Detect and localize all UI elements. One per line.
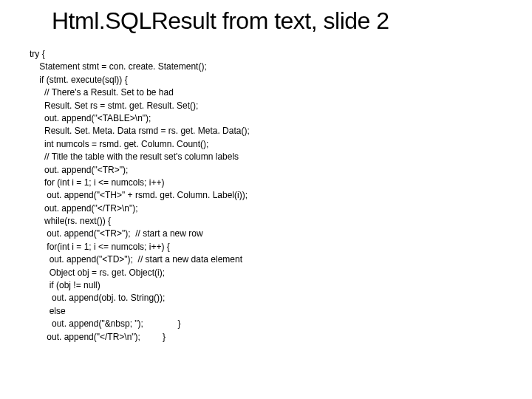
slide-container: Html.SQLResult from text, slide 2 try { …: [0, 0, 532, 399]
slide-title: Html.SQLResult from text, slide 2: [52, 7, 510, 35]
code-block: try { Statement stmt = con. create. Stat…: [30, 48, 510, 344]
